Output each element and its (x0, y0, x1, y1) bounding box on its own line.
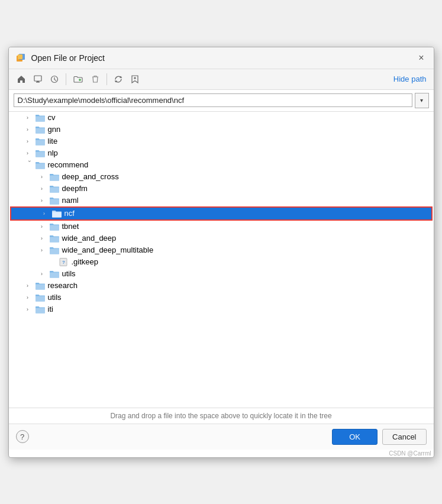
open-file-dialog: Open File or Project × (8, 47, 434, 458)
home-button[interactable] (14, 72, 29, 87)
tree-label-wide-and-deep-multitable: wide_and_deep_multitable (62, 245, 154, 254)
tree-item-research[interactable]: › research (9, 280, 434, 292)
folder-icon-naml (49, 196, 60, 205)
tree-item-naml[interactable]: › naml (9, 195, 434, 206)
folder-icon-recommend (35, 161, 46, 169)
folder-icon-gnn (35, 125, 46, 134)
tree-item-recommend[interactable]: › recommend (9, 159, 434, 171)
title-bar: Open File or Project × (9, 47, 434, 69)
history-icon (50, 75, 59, 83)
bookmark-button[interactable] (127, 72, 143, 87)
folder-icon-ncf (51, 209, 62, 218)
tree-label-deepfm: deepfm (62, 184, 88, 193)
svg-rect-3 (34, 76, 41, 81)
footer: ? OK Cancel (9, 424, 434, 450)
separator-2 (107, 73, 107, 85)
tree-item-tbnet[interactable]: › tbnet (9, 221, 434, 232)
delete-button[interactable] (88, 72, 103, 87)
tree-label-utils: utils (48, 293, 62, 302)
tree-label-ncf: ncf (64, 209, 75, 218)
tree-item-gnn[interactable]: › gnn (9, 124, 434, 135)
expand-lite[interactable]: › (23, 137, 33, 146)
tree-item-utils[interactable]: › utils (9, 292, 434, 303)
new-folder-button[interactable] (70, 72, 86, 87)
toolbar: Hide path (9, 69, 434, 90)
tree-item-wide-and-deep[interactable]: › wide_and_deep (9, 232, 434, 244)
refresh-icon (114, 75, 122, 83)
tree-label-deep-and-cross: deep_and_cross (62, 172, 119, 181)
path-dropdown[interactable]: ▾ (415, 93, 429, 108)
tree-item-gitkeep[interactable]: › ? .gitkeep (9, 256, 434, 268)
folder-icon-nlp (35, 149, 46, 157)
folder-icon-tbnet (49, 222, 60, 231)
folder-icon-wide-and-deep-multitable (49, 246, 60, 254)
expand-tbnet[interactable]: › (37, 222, 47, 231)
close-button[interactable]: × (416, 52, 426, 64)
expand-wide-and-deep[interactable]: › (37, 234, 47, 243)
expand-ncf[interactable]: › (40, 209, 49, 218)
tree-label-nlp: nlp (48, 148, 58, 157)
help-button[interactable]: ? (16, 430, 29, 443)
expand-naml[interactable]: › (37, 196, 47, 205)
tree-item-iti[interactable]: › iti (9, 303, 434, 315)
folder-icon-utils-child (49, 270, 60, 278)
desktop-button[interactable] (30, 72, 46, 87)
expand-deepfm[interactable]: › (37, 184, 47, 193)
tree-item-lite[interactable]: › lite (9, 135, 434, 147)
folder-icon-cv (35, 114, 46, 122)
svg-rect-5 (37, 81, 38, 82)
tree-label-iti: iti (48, 305, 53, 314)
expand-cv[interactable]: › (23, 113, 33, 122)
expand-deep-and-cross[interactable]: › (37, 172, 47, 182)
ok-button[interactable]: OK (332, 429, 378, 445)
expand-research[interactable]: › (23, 281, 33, 290)
expand-recommend[interactable]: › (23, 160, 33, 170)
expand-iti[interactable]: › (23, 305, 33, 314)
expand-wide-and-deep-multitable[interactable]: › (37, 245, 47, 255)
separator-1 (66, 73, 66, 85)
tree-item-deepfm[interactable]: › deepfm (9, 183, 434, 195)
new-folder-icon (73, 75, 83, 83)
delete-icon (92, 75, 99, 83)
tree-label-cv: cv (48, 113, 56, 122)
tree-label-tbnet: tbnet (62, 222, 79, 231)
path-input[interactable] (14, 93, 412, 107)
tree-label-recommend: recommend (48, 160, 89, 169)
tree-item-deep-and-cross[interactable]: › deep_and_cross (9, 171, 434, 183)
folder-icon-wide-and-deep (49, 234, 60, 243)
folder-icon-deepfm (49, 185, 60, 193)
cancel-button[interactable]: Cancel (382, 429, 426, 445)
tree-label-research: research (48, 281, 78, 290)
folder-icon-research (35, 282, 46, 290)
svg-rect-2 (18, 54, 22, 59)
file-tree[interactable]: › cv › gnn › lite › nlp › recommend (9, 112, 434, 408)
folder-icon-deep-and-cross (49, 173, 60, 181)
tree-item-utils-child[interactable]: › utils (9, 268, 434, 280)
tree-item-wide-and-deep-multitable[interactable]: › wide_and_deep_multitable (9, 244, 434, 256)
footer-actions: OK Cancel (332, 429, 426, 445)
tree-item-cv[interactable]: › cv (9, 112, 434, 124)
path-bar: ▾ (9, 90, 434, 112)
dialog-title: Open File or Project (31, 53, 105, 63)
drag-hint: Drag and drop a file into the space abov… (9, 408, 434, 424)
expand-gnn[interactable]: › (23, 125, 33, 134)
expand-nlp[interactable]: › (23, 148, 33, 158)
expand-utils[interactable]: › (23, 293, 33, 302)
tree-label-gitkeep: .gitkeep (72, 257, 99, 266)
folder-icon-lite (35, 137, 46, 146)
title-bar-left: Open File or Project (16, 53, 105, 63)
tree-label-wide-and-deep: wide_and_deep (62, 234, 117, 243)
refresh-button[interactable] (111, 72, 126, 87)
tree-label-lite: lite (48, 137, 58, 146)
tree-label-utils-child: utils (62, 269, 76, 278)
folder-icon-utils (35, 293, 46, 302)
selected-outline: › ncf (10, 206, 433, 221)
tree-item-ncf[interactable]: › ncf (11, 208, 431, 219)
svg-text:?: ? (62, 260, 65, 265)
toolbar-buttons (14, 72, 143, 87)
hide-path-button[interactable]: Hide path (391, 73, 429, 85)
tree-item-nlp[interactable]: › nlp (9, 147, 434, 159)
file-icon-gitkeep: ? (59, 258, 69, 266)
history-button[interactable] (47, 72, 62, 87)
expand-utils-child[interactable]: › (37, 269, 47, 279)
